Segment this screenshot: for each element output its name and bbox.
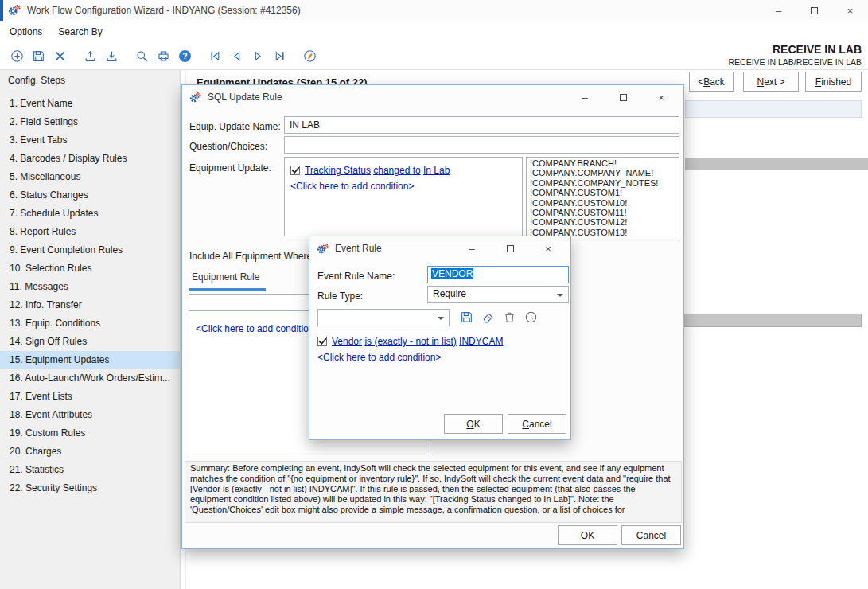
update-name-input[interactable]	[284, 116, 679, 134]
token-item[interactable]: !COMPANY.COMPANY_NAME!	[530, 168, 675, 177]
rule-type-select[interactable]: Require	[427, 286, 569, 303]
sidebar-step-item[interactable]: 3. Event Tabs	[0, 131, 180, 150]
token-item[interactable]: !COMPANY.BRANCH!	[530, 158, 675, 168]
token-item[interactable]: !COMPANY.CUSTOM1!	[530, 188, 675, 197]
sidebar-step-item[interactable]: 12. Info. Transfer	[0, 296, 180, 314]
event-dialog-titlebar[interactable]: Event Rule – ×	[309, 236, 570, 260]
event-maximize-button[interactable]	[491, 237, 529, 259]
company-token-list[interactable]: !COMPANY.BRANCH! !COMPANY.COMPANY_NAME! …	[526, 157, 679, 236]
import-icon[interactable]	[102, 46, 121, 65]
back-label-post: ack	[710, 76, 725, 88]
event-rule-field-link[interactable]: Vendor	[332, 336, 362, 347]
sql-cancel-button[interactable]: Cancel	[621, 525, 681, 545]
delete-icon[interactable]	[50, 46, 69, 65]
next-label-key: N	[757, 76, 764, 88]
next-button[interactable]: Next >	[743, 72, 799, 92]
eraser-icon[interactable]	[481, 310, 496, 325]
question-choices-label: Question/Choices:	[189, 141, 267, 152]
tab-equipment-rule[interactable]: Equipment Rule	[189, 271, 266, 291]
sidebar-step-item[interactable]: 19. Custom Rules	[0, 424, 180, 443]
sidebar-step-item[interactable]: 20. Charges	[0, 443, 180, 461]
close-button[interactable]: ×	[832, 0, 868, 21]
sidebar-step-item[interactable]: 1. Event Name	[0, 95, 180, 113]
update-rule-field-link[interactable]: Tracking Status	[305, 165, 371, 176]
app-window: Work Flow Configuration Wizard - INDYANG…	[0, 0, 868, 589]
include-all-equipment-label: Include All Equipment Where	[189, 251, 312, 262]
event-ok-button[interactable]: OK	[444, 414, 503, 434]
sidebar-step-item[interactable]: 10. Selection Rules	[0, 259, 180, 278]
maximize-icon	[620, 94, 627, 101]
event-rule-name-label: Event Rule Name:	[317, 271, 395, 282]
config-steps-list: 1. Event Name 2. Field Settings 3. Event…	[0, 95, 180, 497]
history-icon[interactable]	[524, 310, 539, 325]
finished-button[interactable]: Finished	[805, 72, 862, 92]
token-item[interactable]: !COMPANY.CUSTOM11!	[530, 208, 675, 217]
sidebar-step-item[interactable]: 11. Messages	[0, 278, 180, 296]
trash-icon[interactable]	[502, 310, 517, 325]
save-icon[interactable]	[459, 310, 474, 325]
nav-prev-icon[interactable]	[227, 46, 246, 65]
sidebar-step-item[interactable]: 6. Status Changes	[0, 186, 180, 205]
event-rule-name-input[interactable]: VENDOR	[427, 266, 569, 283]
background-panel-header	[685, 100, 862, 118]
print-icon[interactable]	[154, 46, 173, 65]
maximize-button[interactable]	[796, 0, 832, 21]
token-item[interactable]: !COMPANY.CUSTOM12!	[530, 217, 675, 227]
add-icon[interactable]	[7, 46, 26, 65]
sidebar-step-item[interactable]: 13. Equip. Conditions	[0, 314, 180, 333]
search-icon[interactable]	[132, 46, 151, 65]
event-close-button[interactable]: ×	[529, 237, 567, 259]
sidebar-step-item[interactable]: 17. Event Lists	[0, 388, 180, 406]
update-rule-action-link[interactable]: changed to	[373, 165, 420, 176]
sidebar-step-item[interactable]: 8. Report Rules	[0, 223, 180, 241]
sidebar-step-item[interactable]: 15. Equipment Updates	[0, 351, 180, 369]
sidebar-step-item[interactable]: 14. Sign Off Rules	[0, 333, 180, 351]
token-item[interactable]: !COMPANY.CUSTOM10!	[530, 198, 675, 208]
event-dialog-controls: – ×	[453, 237, 567, 259]
menu-options[interactable]: Options	[2, 21, 50, 42]
export-icon[interactable]	[80, 46, 99, 65]
event-rule-checkbox[interactable]	[317, 337, 327, 346]
sidebar-step-item[interactable]: 4. Barcodes / Display Rules	[0, 150, 180, 168]
sql-ok-key: O	[581, 530, 588, 541]
nav-first-icon[interactable]	[205, 46, 224, 65]
event-minimize-button[interactable]: –	[453, 237, 491, 259]
sql-close-button[interactable]: ×	[642, 86, 680, 108]
back-button[interactable]: < Back	[689, 72, 734, 92]
nav-next-icon[interactable]	[248, 46, 267, 65]
event-rule-value-link[interactable]: INDYCAM	[459, 336, 503, 347]
update-add-condition-link[interactable]: <Click here to add condition>	[290, 178, 516, 194]
sidebar-step-item[interactable]: 9. Event Completion Rules	[0, 241, 180, 259]
window-title: Work Flow Configuration Wizard - INDYANG…	[27, 5, 301, 16]
sidebar-step-item[interactable]: 2. Field Settings	[0, 113, 180, 131]
wizard-step-title: RECEIVE IN LAB	[773, 43, 862, 56]
update-rule-value-link[interactable]: In Lab	[423, 165, 450, 176]
sql-minimize-button[interactable]: –	[566, 86, 604, 108]
sidebar-step-item[interactable]: 7. Schedule Updates	[0, 205, 180, 223]
sidebar-step-item[interactable]: 22. Security Settings	[0, 479, 180, 497]
event-cancel-button[interactable]: Cancel	[508, 414, 566, 434]
sql-ok-button[interactable]: OK	[558, 525, 617, 545]
event-add-condition-link[interactable]: <Click here to add condition>	[317, 349, 566, 365]
event-ok-key: O	[466, 419, 473, 430]
sidebar-step-item[interactable]: 18. Event Attributes	[0, 406, 180, 424]
event-rule-operator-link[interactable]: is (exactly - not in list)	[364, 336, 456, 347]
update-rule-checkbox[interactable]	[290, 166, 300, 175]
audit-icon[interactable]	[300, 46, 319, 65]
menu-search-by[interactable]: Search By	[50, 21, 110, 42]
sidebar-step-item[interactable]: 21. Statistics	[0, 461, 180, 479]
question-choices-input[interactable]	[284, 136, 679, 154]
maximize-icon	[507, 245, 514, 252]
saved-rule-combo[interactable]	[317, 309, 450, 326]
sql-maximize-button[interactable]	[604, 86, 642, 108]
nav-last-icon[interactable]	[270, 46, 289, 65]
rule-action-icons	[459, 310, 539, 325]
token-item[interactable]: !COMPANY.COMPANY_NOTES!	[530, 178, 675, 188]
minimize-button[interactable]: –	[761, 0, 796, 21]
help-icon[interactable]: ?	[175, 46, 194, 65]
sidebar-step-item[interactable]: 16. Auto-Launch/Work Orders/Estim...	[0, 369, 180, 388]
sql-dialog-titlebar[interactable]: SQL Update Rule – ×	[182, 85, 683, 109]
selected-text: VENDOR	[431, 268, 473, 279]
sidebar-step-item[interactable]: 5. Miscellaneous	[0, 168, 180, 186]
save-icon[interactable]	[29, 46, 48, 65]
